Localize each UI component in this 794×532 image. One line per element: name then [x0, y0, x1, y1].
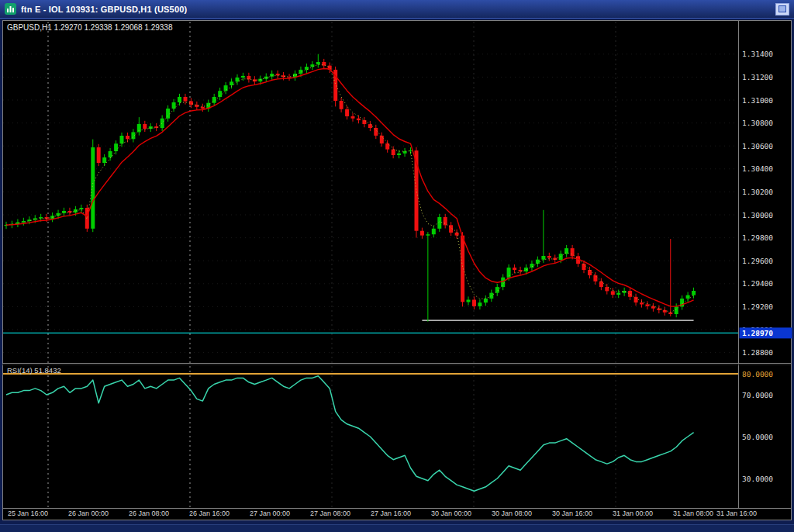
chart-area: 1.314001.312001.310001.308001.306001.304… — [0, 19, 794, 524]
svg-text:1.28800: 1.28800 — [742, 348, 773, 357]
svg-text:26 Jan 00:00: 26 Jan 00:00 — [68, 510, 109, 517]
svg-text:27 Jan 16:00: 27 Jan 16:00 — [371, 510, 411, 517]
svg-text:27 Jan 08:00: 27 Jan 08:00 — [310, 510, 350, 517]
chart-canvas[interactable]: 1.314001.312001.310001.308001.306001.304… — [0, 19, 794, 524]
chart-background — [2, 20, 792, 520]
svg-text:1.30800: 1.30800 — [742, 119, 773, 127]
pane-separator-handle[interactable] — [2, 360, 791, 368]
svg-text:1.29200: 1.29200 — [742, 302, 773, 311]
svg-text:1.31200: 1.31200 — [742, 73, 773, 81]
restore-icon — [778, 5, 786, 12]
svg-text:30 Jan 16:00: 30 Jan 16:00 — [552, 510, 592, 517]
svg-text:30 Jan 08:00: 30 Jan 08:00 — [492, 510, 532, 517]
mt4-window: ftn E - IOL 103931: GBPUSD,H1 (US500) 1.… — [0, 0, 794, 532]
svg-text:1.28970: 1.28970 — [742, 329, 773, 337]
svg-text:1.30600: 1.30600 — [742, 142, 773, 150]
svg-text:1.29400: 1.29400 — [742, 279, 773, 288]
indicator-label: RSI(14) 51.8432 — [7, 366, 61, 375]
svg-text:26 Jan 16:00: 26 Jan 16:00 — [189, 510, 230, 517]
window-title: ftn E - IOL 103931: GBPUSD,H1 (US500) — [21, 5, 771, 14]
svg-text:70.0000: 70.0000 — [742, 391, 773, 399]
svg-text:26 Jan 08:00: 26 Jan 08:00 — [129, 510, 169, 517]
svg-text:1.29600: 1.29600 — [742, 257, 773, 265]
svg-text:1.30200: 1.30200 — [742, 188, 773, 196]
svg-text:30.0000: 30.0000 — [742, 475, 773, 483]
svg-text:31 Jan 16:00: 31 Jan 16:00 — [716, 510, 757, 517]
window-restore-button[interactable] — [775, 3, 789, 16]
svg-text:50.0000: 50.0000 — [742, 433, 773, 441]
svg-text:1.29800: 1.29800 — [742, 233, 773, 242]
status-bar — [0, 524, 794, 532]
svg-text:30 Jan 00:00: 30 Jan 00:00 — [431, 510, 471, 517]
svg-text:1.31400: 1.31400 — [742, 50, 773, 58]
svg-text:27 Jan 00:00: 27 Jan 00:00 — [250, 510, 290, 517]
svg-text:1.31000: 1.31000 — [742, 96, 773, 105]
title-bar[interactable]: ftn E - IOL 103931: GBPUSD,H1 (US500) — [0, 0, 794, 19]
svg-text:25 Jan 16:00: 25 Jan 16:00 — [8, 510, 48, 517]
svg-text:31 Jan 00:00: 31 Jan 00:00 — [613, 510, 653, 517]
svg-text:80.0000: 80.0000 — [742, 370, 773, 378]
ohlc-info: GBPUSD,H1 1.29270 1.29338 1.29068 1.2933… — [7, 23, 173, 32]
svg-text:1.30400: 1.30400 — [742, 164, 773, 173]
svg-text:31 Jan 08:00: 31 Jan 08:00 — [673, 510, 713, 517]
app-logo-icon — [5, 3, 16, 15]
current-price-badge: 1.28970 — [740, 327, 792, 338]
svg-text:1.30000: 1.30000 — [742, 211, 773, 219]
